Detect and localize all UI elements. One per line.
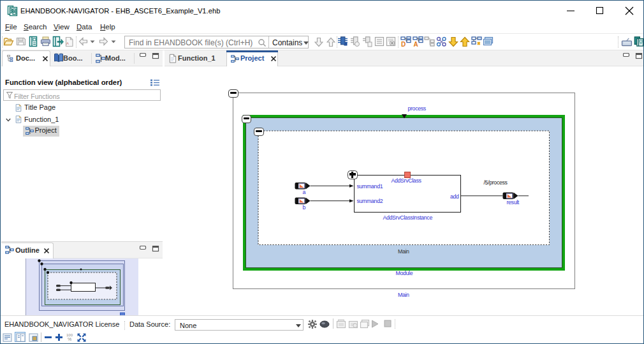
svg-text:D: D (401, 41, 406, 47)
svg-text:A: A (414, 41, 418, 47)
svg-text:A: A (66, 41, 69, 45)
svg-text:%: % (68, 337, 71, 341)
